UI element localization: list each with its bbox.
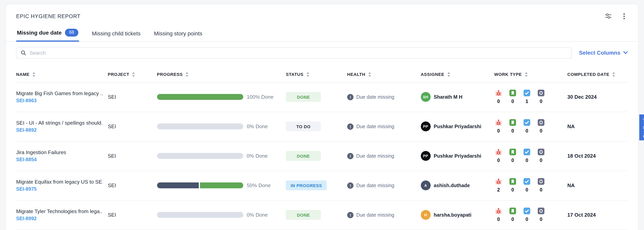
feedback-tab[interactable]: Feedback [639, 114, 644, 140]
kebab-menu-icon[interactable] [620, 12, 628, 20]
tab-missing-child-tickets[interactable]: Missing child tickets [91, 27, 141, 41]
story-icon [509, 178, 516, 185]
cell-name: Migrate Big Fish Games from legacy ... S… [16, 90, 108, 104]
sort-icon[interactable] [368, 72, 371, 77]
ticket-link[interactable]: SEI-8975 [16, 187, 36, 192]
cell-progress: 0% Done [157, 153, 286, 159]
search-box[interactable] [16, 47, 572, 59]
column-header-completed-date[interactable]: COMPLETED DATE [567, 72, 628, 77]
ticket-link[interactable]: SEI-8992 [16, 216, 36, 222]
ticket-link[interactable]: SEI-8854 [16, 157, 36, 163]
avatar: PP [420, 151, 430, 161]
search-input[interactable] [30, 50, 568, 56]
column-header-work-type[interactable]: WORK TYPE [494, 72, 568, 77]
cell-completed-date: NA [567, 124, 628, 130]
task-icon [524, 208, 530, 215]
progress-label: 0% Done [247, 212, 268, 218]
sort-icon[interactable] [612, 72, 615, 77]
due-date-warning-icon: ! [347, 183, 354, 189]
tab-label: Missing due date [17, 29, 62, 36]
sort-icon[interactable] [132, 72, 135, 77]
cell-assignee: PP Pushkar Priyadarshi [420, 151, 494, 161]
task-icon [524, 149, 530, 156]
epic-hygiene-report-card: EPIC HYGIENE REPORT [6, 4, 638, 230]
cell-completed-date: 17 Oct 2024 [567, 212, 628, 218]
assignee-name: Pushkar Priyadarshi [434, 124, 482, 129]
cell-health: ! Due date missing [347, 94, 420, 100]
cell-completed-date: 18 Oct 2024 [567, 153, 628, 159]
column-header-assignee[interactable]: ASSIGNEE [420, 72, 494, 77]
avatar: A [421, 181, 431, 191]
sort-icon[interactable] [186, 72, 188, 77]
column-header-label: ASSIGNEE [420, 72, 444, 77]
progress-label: 0% Done [246, 153, 268, 159]
cell-project: SEI [108, 183, 157, 189]
column-header-label: PROGRESS [157, 72, 183, 77]
tab-missing-story-points[interactable]: Missing story points [153, 27, 203, 41]
status-badge: DONE [286, 210, 321, 220]
cell-name: Migrate Equifax from legacy US to SE... … [16, 179, 108, 192]
work-type-task: 0 [522, 149, 531, 163]
cell-status: DONE [286, 151, 347, 161]
cell-health: ! Due date missing [347, 183, 420, 189]
ticket-link[interactable]: SEI-8892 [16, 128, 36, 133]
due-date-warning-icon: ! [347, 123, 354, 130]
story-icon [509, 208, 516, 215]
column-header-project[interactable]: PROJECT [108, 72, 157, 77]
status-badge: DONE [286, 92, 321, 102]
progress-bar [157, 124, 243, 130]
work-type-story: 0 [508, 178, 517, 193]
sort-icon[interactable] [524, 72, 528, 77]
epic-icon [538, 149, 544, 156]
select-columns-button[interactable]: Select Columns [579, 50, 628, 56]
cell-project: SEI [108, 212, 157, 218]
sort-icon[interactable] [32, 72, 36, 77]
epic-icon [538, 90, 544, 97]
cell-completed-date: NA [567, 183, 628, 189]
epic-name: Migrate Tyler Technologies from lega... [16, 208, 103, 215]
ticket-link[interactable]: SEI-8963 [16, 98, 36, 104]
column-header-label: HEALTH [347, 72, 365, 77]
table-body: Migrate Big Fish Games from legacy ... S… [16, 83, 628, 230]
work-type-bug: 2 [494, 178, 503, 193]
column-header-name[interactable]: NAME [16, 72, 108, 77]
bug-icon [495, 208, 502, 215]
table-header-row: NAME PROJECT PROGRESS STATUS HEALTH ASSI… [16, 67, 628, 83]
column-header-status[interactable]: STATUS [286, 72, 347, 77]
sort-icon[interactable] [447, 72, 450, 77]
cell-assignee: A ashish.duthade [421, 181, 494, 191]
sort-icon[interactable] [306, 72, 310, 77]
status-badge: TO DO [286, 122, 321, 132]
epic-name: SEI - UI - All strings / spellings shoul… [16, 120, 103, 126]
cell-health: ! Due date missing [347, 123, 420, 130]
health-label: Due date missing [356, 212, 394, 218]
column-header-progress[interactable]: PROGRESS [157, 72, 286, 77]
work-type-task: 0 [522, 178, 531, 193]
health-label: Due date missing [356, 153, 394, 159]
work-type-epic: 0 [537, 90, 546, 104]
cell-status: DONE [286, 210, 348, 220]
cell-name: SEI - UI - All strings / spellings shoul… [16, 120, 108, 133]
cell-work-type: 0 0 0 0 [494, 119, 567, 134]
cell-work-type: 2 0 0 0 [494, 178, 567, 193]
assignee-name: harsha.boyapati [434, 212, 472, 218]
table-row: Migrate Equifax from legacy US to SE... … [16, 171, 628, 201]
progress-label: 0% Done [247, 124, 268, 130]
cell-completed-date: 30 Dec 2024 [567, 94, 628, 100]
column-header-health[interactable]: HEALTH [347, 72, 421, 77]
task-icon [524, 119, 530, 126]
tab-missing-due-date[interactable]: Missing due date 68 [16, 25, 79, 41]
cell-work-type: 0 0 0 0 [494, 208, 567, 222]
column-header-label: COMPLETED DATE [567, 72, 609, 77]
cell-project: SEI [108, 94, 157, 100]
filter-sliders-icon[interactable] [604, 12, 612, 20]
cell-health: ! Due date missing [347, 212, 420, 218]
table-row: SEI - UI - All strings / spellings shoul… [16, 112, 628, 142]
progress-label: 100% Done [247, 94, 274, 100]
work-type-task: 0 [522, 208, 531, 222]
epic-name: Jira Ingestion Failures [16, 149, 66, 156]
work-type-task: 0 [522, 119, 531, 134]
work-type-bug: 0 [494, 119, 503, 134]
progress-bar [157, 183, 243, 189]
cell-assignee: PP Pushkar Priyadarshi [421, 122, 494, 132]
